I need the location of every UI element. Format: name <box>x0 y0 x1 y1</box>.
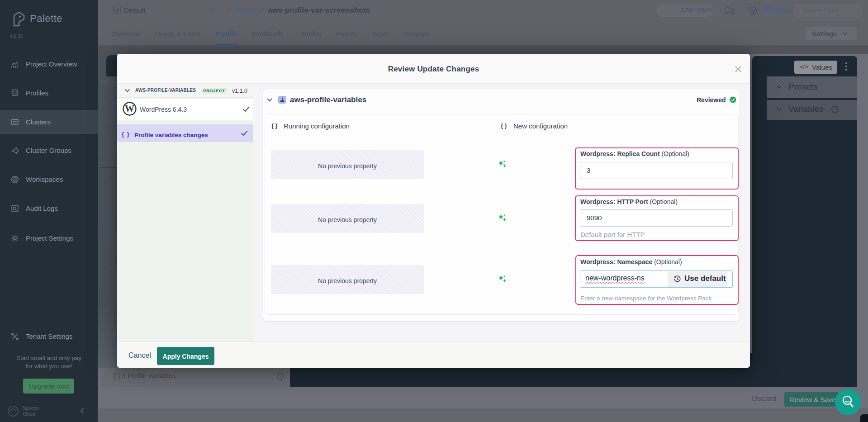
svg-text:W: W <box>125 103 134 114</box>
svg-text:?: ? <box>834 107 836 112</box>
svg-text:i: i <box>280 374 281 379</box>
svg-text:@: @ <box>750 8 755 14</box>
